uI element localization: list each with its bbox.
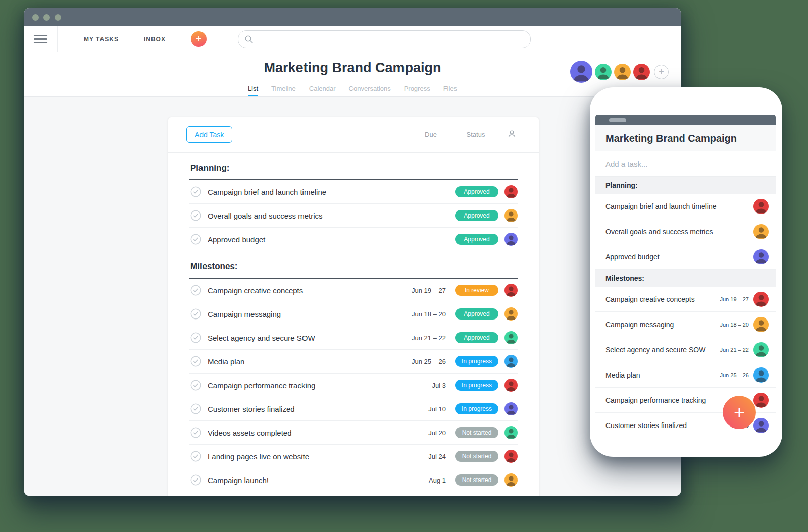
table-row[interactable]: Customer stories finalizedJul 10In progr…	[189, 397, 518, 421]
task-due-date: Jul 20	[428, 429, 446, 437]
avatar	[753, 418, 769, 433]
task-name: Select agency and secure SOW	[605, 346, 720, 354]
task-name: Overall goals and success metrics	[605, 228, 753, 236]
mobile-list-item[interactable]: Campaign creative conceptsJun 19 – 27	[595, 287, 776, 312]
table-row[interactable]: Campaign performance trackingJul 3In pro…	[189, 374, 518, 397]
task-due-date: Jun 18 – 20	[720, 322, 749, 328]
task-name: Campaign launch!	[208, 476, 269, 485]
checkmark-icon[interactable]	[190, 356, 201, 367]
table-row[interactable]: Campaign launch!Aug 1Not started	[189, 468, 518, 492]
avatar	[633, 64, 650, 80]
view-tabs: ListTimelineCalendarConversationsProgres…	[24, 85, 681, 96]
assignee-column-icon[interactable]	[508, 130, 516, 138]
task-due-date: Jun 25 – 26	[412, 358, 446, 365]
mobile-page-title: Marketing Brand Campaign	[595, 125, 776, 151]
avatar	[753, 199, 769, 214]
speaker-icon	[609, 118, 626, 122]
mobile-list-item[interactable]: Campaign messagingJun 18 – 20	[595, 312, 776, 337]
nav-my-tasks[interactable]: MY TASKS	[84, 36, 119, 43]
main-content: Add Task Due Status Planning:Campaign br…	[24, 97, 681, 496]
search-bar[interactable]	[238, 30, 531, 48]
status-badge[interactable]: In review	[455, 285, 498, 296]
status-badge[interactable]: In progress	[455, 403, 498, 414]
tab-calendar[interactable]: Calendar	[309, 85, 336, 96]
checkmark-icon[interactable]	[190, 210, 201, 221]
avatar	[504, 355, 518, 368]
task-name: Campaign messaging	[605, 321, 720, 329]
sidebar-menu-button[interactable]	[24, 26, 58, 52]
status-badge[interactable]: In progress	[455, 356, 498, 367]
mobile-list-item[interactable]: Select agency and secure SOWJun 21 – 22	[595, 337, 776, 362]
table-row[interactable]: Overall goals and success metricsApprove…	[189, 204, 518, 228]
avatar	[614, 64, 631, 80]
status-badge[interactable]: Not started	[455, 427, 498, 438]
checkmark-icon[interactable]	[190, 380, 201, 391]
table-row[interactable]: Campaign brief and launch timelineApprov…	[189, 180, 518, 204]
add-task-button[interactable]: Add Task	[186, 126, 232, 143]
task-name: Campaign performance tracking	[605, 396, 734, 404]
mobile-add-task-input[interactable]: Add a task...	[595, 151, 776, 177]
checkmark-icon[interactable]	[190, 186, 201, 197]
mobile-list-item[interactable]: Media planJun 25 – 26	[595, 362, 776, 388]
desktop-app-window: MY TASKS INBOX + Marketing Brand Campaig…	[24, 8, 681, 496]
column-header-status[interactable]: Status	[454, 131, 497, 138]
mobile-section-title: Milestones:	[595, 270, 776, 287]
table-row[interactable]: Approved budgetApproved	[189, 228, 518, 251]
checkmark-icon[interactable]	[190, 451, 201, 462]
checkmark-icon[interactable]	[190, 285, 201, 296]
table-row[interactable]: Media planJun 25 – 26In progress	[189, 350, 518, 374]
avatar	[753, 224, 769, 239]
status-badge[interactable]: Approved	[455, 332, 498, 343]
tab-progress[interactable]: Progress	[404, 85, 430, 96]
checkmark-icon[interactable]	[190, 332, 201, 343]
search-input[interactable]	[258, 35, 530, 44]
mobile-list-item[interactable]: Campaign brief and launch timeline	[595, 194, 776, 219]
avatar	[753, 367, 769, 383]
task-due-date: Jul 24	[428, 453, 446, 460]
mobile-fab-add-button[interactable]: +	[723, 396, 756, 429]
nav-inbox[interactable]: INBOX	[144, 36, 166, 43]
status-badge[interactable]: Approved	[455, 234, 498, 245]
tab-list[interactable]: List	[248, 85, 258, 96]
table-row[interactable]: Select agency and secure SOWJun 21 – 22A…	[189, 326, 518, 350]
traffic-light-close-icon[interactable]	[32, 14, 39, 21]
status-badge[interactable]: Approved	[455, 308, 498, 320]
status-badge[interactable]: Not started	[455, 474, 498, 486]
traffic-light-zoom-icon[interactable]	[55, 14, 61, 21]
task-due-date: Jun 19 – 27	[720, 296, 749, 302]
table-row[interactable]: Videos assets completedJul 20Not started	[189, 421, 518, 445]
task-name: Media plan	[208, 357, 244, 366]
checkmark-icon[interactable]	[190, 403, 201, 414]
table-row[interactable]: Campaign messagingJun 18 – 20Approved	[189, 302, 518, 326]
quick-add-button[interactable]: +	[191, 31, 207, 47]
checkmark-icon[interactable]	[190, 308, 201, 320]
traffic-light-minimize-icon[interactable]	[43, 14, 50, 21]
avatar	[504, 331, 518, 344]
checkmark-icon[interactable]	[190, 474, 201, 486]
mobile-statusbar	[595, 115, 776, 125]
status-badge[interactable]: Not started	[455, 451, 498, 462]
mobile-list-item[interactable]: Approved budget	[595, 244, 776, 270]
hamburger-icon	[34, 35, 47, 43]
avatar	[753, 292, 769, 307]
status-badge[interactable]: In progress	[455, 380, 498, 391]
avatar	[504, 284, 518, 297]
column-header-due[interactable]: Due	[416, 131, 446, 138]
mobile-list-item[interactable]: Overall goals and success metrics	[595, 219, 776, 244]
tab-files[interactable]: Files	[443, 85, 457, 96]
table-row[interactable]: Campaign creative conceptsJun 19 – 27In …	[189, 279, 518, 302]
checkmark-icon[interactable]	[190, 427, 201, 438]
task-name: Media plan	[605, 371, 720, 379]
tab-conversations[interactable]: Conversations	[349, 85, 391, 96]
status-badge[interactable]: Approved	[455, 210, 498, 221]
project-header: Marketing Brand Campaign ListTimelineCal…	[24, 52, 681, 97]
mobile-screen: Marketing Brand Campaign Add a task... P…	[595, 115, 776, 438]
task-name: Select agency and secure SOW	[208, 334, 315, 342]
add-member-button[interactable]: +	[654, 65, 669, 79]
avatar	[504, 402, 518, 415]
status-badge[interactable]: Approved	[455, 186, 498, 197]
table-row[interactable]: Landing pages live on websiteJul 24Not s…	[189, 445, 518, 468]
tab-timeline[interactable]: Timeline	[271, 85, 296, 96]
checkmark-icon[interactable]	[190, 234, 201, 245]
task-due-date: Jun 21 – 22	[720, 347, 749, 353]
